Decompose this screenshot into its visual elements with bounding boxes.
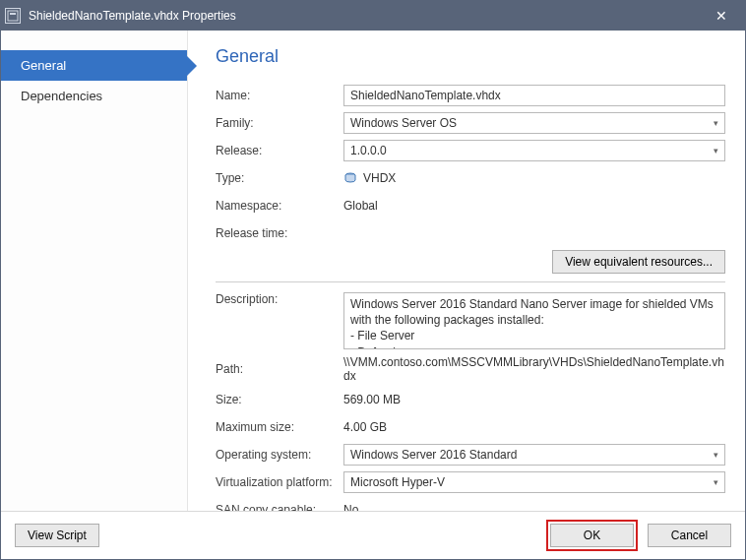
divider — [216, 281, 725, 282]
ok-button[interactable]: OK — [550, 524, 634, 547]
body-area: General Dependencies General Name: Famil… — [1, 31, 745, 511]
label-os: Operating system: — [216, 448, 343, 462]
namespace-value: Global — [343, 199, 725, 213]
name-input[interactable] — [343, 85, 725, 106]
chevron-down-icon: ▾ — [714, 477, 718, 487]
close-button[interactable]: ✕ — [702, 1, 741, 31]
label-family: Family: — [216, 116, 343, 130]
size-value: 569.00 MB — [343, 393, 725, 406]
view-script-button[interactable]: View Script — [15, 524, 99, 547]
window-title: ShieldedNanoTemplate.vhdx Properties — [29, 9, 702, 23]
release-dropdown[interactable]: 1.0.0.0 ▾ — [343, 140, 725, 161]
page-heading: General — [216, 46, 725, 67]
sidebar: General Dependencies — [1, 31, 188, 511]
view-equivalent-button[interactable]: View equivalent resources... — [552, 250, 725, 274]
content-panel: General Name: Family: Windows Server OS … — [188, 31, 745, 511]
label-virt: Virtualization platform: — [216, 475, 343, 489]
sidebar-item-label: Dependencies — [21, 89, 102, 103]
sidebar-item-label: General — [21, 58, 66, 73]
label-path: Path: — [216, 362, 343, 376]
label-san: SAN copy capable: — [216, 503, 343, 511]
os-dropdown[interactable]: Windows Server 2016 Standard ▾ — [343, 444, 725, 466]
type-value: VHDX — [343, 171, 725, 185]
chevron-down-icon: ▾ — [714, 450, 718, 460]
label-release-time: Release time: — [216, 226, 343, 240]
family-dropdown[interactable]: Windows Server OS ▾ — [343, 112, 725, 134]
virt-value: Microsoft Hyper-V — [350, 475, 445, 489]
label-size: Size: — [216, 393, 343, 406]
description-textarea[interactable] — [343, 292, 725, 349]
disk-icon — [343, 171, 357, 185]
sidebar-item-general[interactable]: General — [1, 50, 187, 81]
os-value: Windows Server 2016 Standard — [350, 448, 517, 462]
label-release: Release: — [216, 144, 343, 157]
footer: View Script OK Cancel — [1, 511, 745, 559]
svg-rect-1 — [10, 13, 16, 15]
label-type: Type: — [216, 171, 343, 185]
max-size-value: 4.00 GB — [343, 420, 725, 434]
titlebar: ShieldedNanoTemplate.vhdx Properties ✕ — [1, 1, 745, 31]
release-value: 1.0.0.0 — [350, 144, 387, 157]
ok-highlight: OK — [546, 520, 638, 551]
cancel-button[interactable]: Cancel — [648, 524, 731, 547]
san-value: No — [343, 503, 725, 511]
sidebar-item-dependencies[interactable]: Dependencies — [1, 81, 187, 111]
path-value: \\VMM.contoso.com\MSSCVMMLibrary\VHDs\Sh… — [343, 355, 725, 383]
label-max-size: Maximum size: — [216, 420, 343, 434]
label-name: Name: — [216, 89, 343, 102]
label-description: Description: — [216, 292, 343, 306]
app-icon — [5, 8, 21, 24]
virt-dropdown[interactable]: Microsoft Hyper-V ▾ — [343, 471, 725, 493]
chevron-down-icon: ▾ — [714, 146, 718, 156]
family-value: Windows Server OS — [350, 116, 457, 130]
chevron-down-icon: ▾ — [714, 118, 718, 128]
svg-rect-0 — [8, 11, 18, 21]
label-namespace: Namespace: — [216, 199, 343, 213]
